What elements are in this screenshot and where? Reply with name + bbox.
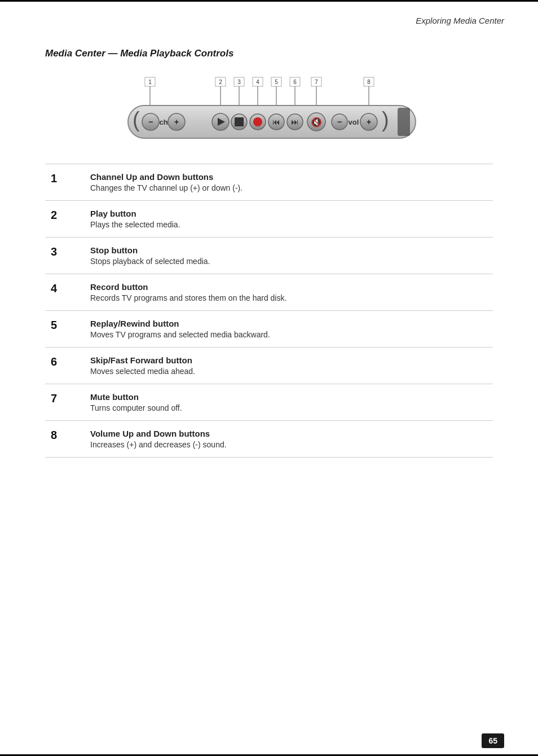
svg-text:3: 3 xyxy=(237,79,241,85)
svg-text:ch: ch xyxy=(159,118,167,126)
item-number: 3 xyxy=(45,238,85,274)
svg-text:(: ( xyxy=(133,108,140,131)
item-content: Stop button Stops playback of selected m… xyxy=(85,238,493,274)
item-desc: Plays the selected media. xyxy=(90,220,180,229)
item-number: 7 xyxy=(45,384,85,421)
item-number: 2 xyxy=(45,201,85,238)
item-content: Play button Plays the selected media. xyxy=(85,201,493,238)
item-content: Record button Records TV programs and st… xyxy=(85,274,493,311)
svg-text:): ) xyxy=(382,108,389,131)
svg-text:+: + xyxy=(174,117,179,126)
item-desc: Turns computer sound off. xyxy=(90,403,182,412)
svg-text:7: 7 xyxy=(315,79,318,85)
item-number: 5 xyxy=(45,311,85,348)
item-title: Record button xyxy=(90,282,487,292)
item-content: Skip/Fast Forward button Moves selected … xyxy=(85,348,493,384)
svg-text:5: 5 xyxy=(275,79,278,85)
svg-rect-34 xyxy=(235,117,244,126)
item-title: Channel Up and Down buttons xyxy=(90,172,487,182)
svg-text:6: 6 xyxy=(293,79,297,85)
table-row: 8 Volume Up and Down buttons Increases (… xyxy=(45,421,493,458)
item-number: 4 xyxy=(45,274,85,311)
svg-text:+: + xyxy=(367,117,371,126)
header-title: Exploring Media Center xyxy=(416,16,504,25)
item-desc: Stops playback of selected media. xyxy=(90,257,210,266)
page-header: Exploring Media Center xyxy=(0,0,538,31)
item-content: Mute button Turns computer sound off. xyxy=(85,384,493,421)
item-title: Replay/Rewind button xyxy=(90,319,487,328)
svg-text:−: − xyxy=(148,117,153,126)
svg-text:1: 1 xyxy=(148,79,152,85)
item-desc: Moves TV programs and selected media bac… xyxy=(90,330,270,339)
table-row: 1 Channel Up and Down buttons Changes th… xyxy=(45,164,493,201)
item-title: Skip/Fast Forward button xyxy=(90,355,487,365)
controls-table: 1 Channel Up and Down buttons Changes th… xyxy=(45,164,493,458)
svg-text:🔇: 🔇 xyxy=(311,117,322,128)
svg-point-36 xyxy=(253,117,262,126)
main-content: Media Center — Media Playback Controls 1… xyxy=(0,31,538,480)
item-desc: Moves selected media ahead. xyxy=(90,367,195,376)
item-desc: Changes the TV channel up (+) or down (-… xyxy=(90,183,242,192)
item-content: Channel Up and Down buttons Changes the … xyxy=(85,164,493,201)
item-content: Volume Up and Down buttons Increases (+)… xyxy=(85,421,493,458)
item-desc: Increases (+) and decreases (-) sound. xyxy=(90,440,227,449)
table-row: 2 Play button Plays the selected media. xyxy=(45,201,493,238)
svg-text:⏮: ⏮ xyxy=(272,117,280,126)
svg-text:4: 4 xyxy=(256,79,259,85)
table-row: 3 Stop button Stops playback of selected… xyxy=(45,238,493,274)
item-desc: Records TV programs and stores them on t… xyxy=(90,293,286,302)
item-title: Stop button xyxy=(90,245,487,255)
item-title: Mute button xyxy=(90,392,487,402)
remote-control-svg: 1 2 3 4 5 6 7 xyxy=(117,76,421,144)
page-footer: 65 xyxy=(482,736,504,746)
table-row: 6 Skip/Fast Forward button Moves selecte… xyxy=(45,348,493,384)
table-row: 4 Record button Records TV programs and … xyxy=(45,274,493,311)
svg-text:8: 8 xyxy=(367,79,371,85)
table-row: 5 Replay/Rewind button Moves TV programs… xyxy=(45,311,493,348)
section-title: Media Center — Media Playback Controls xyxy=(45,48,493,59)
item-number: 1 xyxy=(45,164,85,201)
item-title: Volume Up and Down buttons xyxy=(90,429,487,438)
top-border xyxy=(0,0,538,2)
page-number: 65 xyxy=(482,733,504,748)
item-content: Replay/Rewind button Moves TV programs a… xyxy=(85,311,493,348)
svg-text:2: 2 xyxy=(219,79,222,85)
svg-text:vol: vol xyxy=(349,118,359,126)
svg-rect-49 xyxy=(398,108,410,136)
table-row: 7 Mute button Turns computer sound off. xyxy=(45,384,493,421)
item-title: Play button xyxy=(90,209,487,218)
svg-text:−: − xyxy=(337,117,342,126)
remote-diagram: 1 2 3 4 5 6 7 xyxy=(45,76,493,144)
svg-text:⏭: ⏭ xyxy=(291,117,299,126)
item-number: 8 xyxy=(45,421,85,458)
item-number: 6 xyxy=(45,348,85,384)
